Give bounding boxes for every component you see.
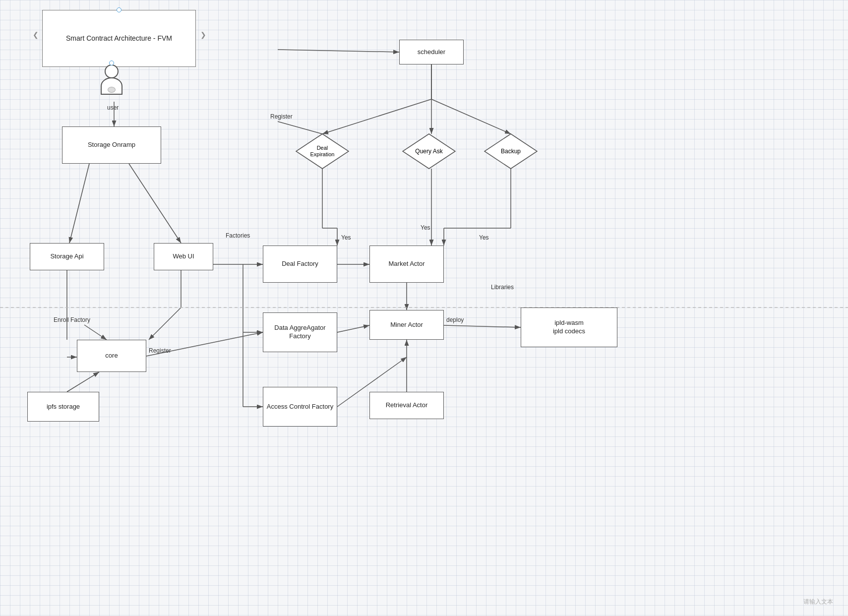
query-ask-label: Query Ask (415, 148, 442, 155)
svg-line-17 (278, 122, 322, 134)
svg-line-11 (67, 372, 99, 392)
access-control-label: Access Control Factory (267, 403, 333, 411)
user-label: user (107, 104, 119, 111)
retrieval-actor-node[interactable]: Retrieval Actor (369, 392, 444, 419)
core-label: core (105, 352, 118, 360)
miner-actor-label: Miner Actor (390, 321, 423, 329)
storage-onramp-node[interactable]: Storage Onramp (62, 126, 161, 164)
diagram-canvas: Smart Contract Architecture - FVM ❮ ❯ us… (0, 0, 848, 616)
scheduler-label: scheduler (418, 48, 445, 57)
svg-line-3 (69, 164, 89, 243)
backup-diamond[interactable]: Backup (484, 133, 538, 170)
core-node[interactable]: core (77, 340, 146, 372)
access-control-node[interactable]: Access Control Factory (263, 387, 337, 427)
svg-line-27 (337, 325, 369, 332)
svg-line-9 (84, 325, 107, 340)
data-aggregator-label: Data AggreAgator Factory (263, 324, 337, 341)
deal-factory-node[interactable]: Deal Factory (263, 246, 337, 283)
market-actor-node[interactable]: Market Actor (369, 246, 444, 283)
svg-line-25 (278, 50, 399, 52)
scheduler-node[interactable]: scheduler (399, 40, 464, 64)
ipld-label: ipld-wasm ipld codecs (553, 319, 585, 336)
web-ui-node[interactable]: Web UI (154, 243, 213, 270)
yes-label-2: Yes (341, 234, 351, 241)
svg-line-13 (322, 99, 431, 134)
retrieval-actor-label: Retrieval Actor (386, 401, 428, 410)
svg-line-16 (431, 99, 511, 134)
query-ask-diamond[interactable]: Query Ask (402, 133, 456, 170)
backup-label: Backup (501, 148, 521, 155)
arrows-svg (0, 0, 848, 616)
frame-title: Smart Contract Architecture - FVM (61, 29, 177, 48)
svg-line-4 (129, 164, 181, 243)
libraries-label: Libraries (491, 284, 514, 291)
ipld-node[interactable]: ipld-wasm ipld codecs (521, 308, 617, 347)
storage-api-label: Storage Api (50, 252, 83, 261)
ipfs-storage-label: ipfs storage (47, 403, 80, 411)
storage-api-node[interactable]: Storage Api (30, 243, 104, 270)
factories-label: Factories (226, 232, 250, 239)
miner-actor-node[interactable]: Miner Actor (369, 310, 444, 340)
register-label: Register (270, 113, 293, 120)
yes-label-1: Yes (421, 224, 430, 231)
deal-expiration-diamond[interactable]: Deal Expiration (295, 133, 350, 170)
storage-onramp-label: Storage Onramp (88, 141, 135, 149)
svg-line-7 (149, 308, 181, 340)
deploy-label: deploy (446, 316, 464, 323)
yes-label-3: Yes (479, 234, 489, 241)
deal-factory-label: Deal Factory (282, 260, 318, 268)
data-aggregator-node[interactable]: Data AggreAgator Factory (263, 312, 337, 352)
deal-expiration-label: Deal Expiration (310, 145, 335, 158)
register-core-label: Register (149, 347, 171, 354)
ipfs-storage-node[interactable]: ipfs storage (27, 392, 99, 422)
frame-nav-left[interactable]: ❮ (31, 30, 41, 40)
web-ui-label: Web UI (173, 252, 194, 261)
enroll-factory-label: Enroll Factory (54, 316, 90, 323)
market-actor-label: Market Actor (389, 260, 425, 268)
frame-nav-right[interactable]: ❯ (198, 30, 208, 40)
user-figure (101, 64, 122, 95)
input-placeholder[interactable]: 请输入文本 (803, 598, 833, 606)
frame-node[interactable]: Smart Contract Architecture - FVM (42, 10, 196, 67)
svg-line-30 (444, 325, 521, 327)
